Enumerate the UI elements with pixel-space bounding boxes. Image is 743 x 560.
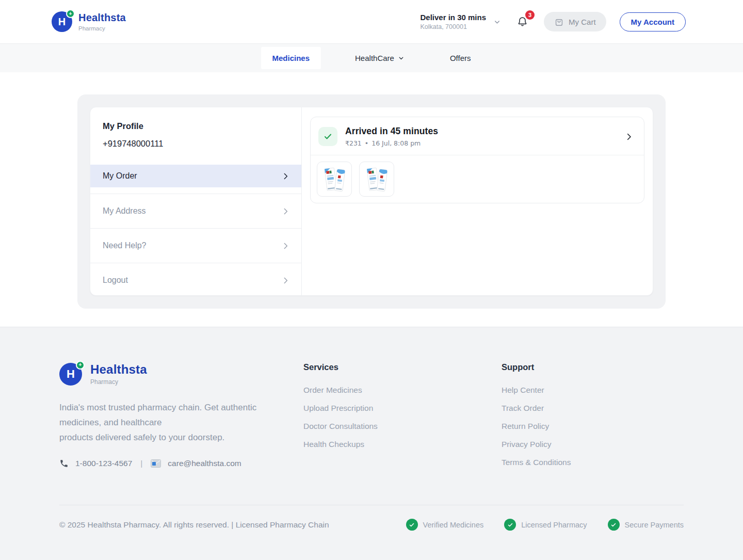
sidebar-my-order-label: My Order [103, 171, 137, 181]
footer-description: India's most trusted pharmacy chain. Get… [59, 400, 276, 445]
main-nav: Medicines HealthCare Offers [0, 43, 743, 72]
link-order-medicines[interactable]: Order Medicines [303, 386, 362, 394]
footer-support-column: Support Help Center Track Order Return P… [502, 362, 684, 476]
profile-title: My Profile [103, 121, 289, 131]
brand-text: Healthsta Pharmacy [78, 12, 126, 31]
link-health-checkups[interactable]: Health Checkups [303, 440, 364, 449]
header-actions: Deliver in 30 mins Kolkata, 700001 3 [420, 12, 686, 31]
link-track-order[interactable]: Track Order [502, 404, 544, 412]
delivery-location-selector[interactable]: Deliver in 30 mins Kolkata, 700001 [420, 13, 501, 30]
list-item: Order Medicines [303, 386, 502, 395]
list-item: Health Checkups [303, 440, 502, 449]
order-datetime: 16 Jul, 8:08 pm [372, 139, 421, 147]
brand-name: Healthsta [78, 12, 126, 24]
footer-description-line2: products delivered safely to your doorst… [59, 433, 224, 442]
badge-licensed-pharmacy: Licensed Pharmacy [504, 519, 587, 531]
profile-summary: My Profile +919748000111 [90, 107, 301, 158]
trust-badges: Verified Medicines Licensed Pharmacy Sec… [406, 519, 684, 531]
check-icon [323, 132, 333, 141]
badge-label: Licensed Pharmacy [521, 521, 587, 529]
link-terms-conditions[interactable]: Terms & Conditions [502, 458, 571, 467]
my-account-button[interactable]: My Account [620, 12, 686, 31]
nav-item-medicines[interactable]: Medicines [261, 47, 321, 69]
my-cart-label: My Cart [569, 18, 596, 26]
sidebar-item-logout[interactable]: Logout [90, 263, 301, 296]
list-item: Privacy Policy [502, 440, 684, 449]
sidebar-spacer [90, 187, 301, 194]
order-item-thumbnail[interactable] [317, 162, 352, 197]
phone-icon [59, 459, 69, 468]
footer-description-line1: India's most trusted pharmacy chain. Get… [59, 403, 256, 427]
plus-badge-icon: + [76, 361, 85, 370]
link-help-center[interactable]: Help Center [502, 386, 544, 394]
check-circle-icon [406, 519, 418, 531]
list-item: Return Policy [502, 422, 684, 431]
check-circle-icon [504, 519, 516, 531]
badge-label: Verified Medicines [423, 521, 484, 529]
logo-mark: H + [59, 363, 82, 386]
link-upload-prescription[interactable]: Upload Prescription [303, 404, 373, 412]
copyright-text: © 2025 Healthsta Pharmacy. All rights re… [59, 520, 329, 530]
delivery-text: Deliver in 30 mins Kolkata, 700001 [420, 13, 486, 30]
badge-secure-payments: Secure Payments [608, 519, 684, 531]
check-circle-icon [608, 519, 620, 531]
footer-brand-column: H + Healthsta Pharmacy India's most trus… [59, 362, 303, 476]
logo-mark: H + [52, 11, 72, 32]
sidebar-my-address-label: My Address [103, 206, 146, 216]
footer-columns: H + Healthsta Pharmacy India's most trus… [59, 362, 684, 476]
sidebar-need-help-label: Need Help? [103, 241, 147, 250]
order-status-title: Arrived in 45 minutes [345, 126, 617, 137]
list-item: Doctor Consultations [303, 422, 502, 431]
delivery-city: Kolkata, 700001 [420, 23, 486, 30]
shampoo-product-image [362, 164, 392, 194]
chevron-right-icon [281, 242, 290, 250]
footer-logo: H + Healthsta Pharmacy [59, 362, 303, 386]
chevron-right-icon [281, 276, 290, 285]
shopping-bag-icon [554, 17, 564, 27]
chevron-down-icon [493, 18, 501, 26]
link-doctor-consultations[interactable]: Doctor Consultations [303, 422, 378, 430]
nav-offers-label: Offers [450, 54, 471, 62]
order-items-strip [311, 155, 644, 203]
link-privacy-policy[interactable]: Privacy Policy [502, 440, 551, 449]
order-meta: ₹231 • 16 Jul, 8:08 pm [345, 139, 617, 147]
brand-text: Healthsta Pharmacy [90, 362, 147, 386]
header: H + Healthsta Pharmacy Deliver in 30 min… [0, 0, 743, 43]
nav-item-offers[interactable]: Offers [439, 47, 482, 69]
services-heading: Services [303, 362, 502, 372]
my-cart-button[interactable]: My Cart [544, 12, 606, 31]
nav-item-healthcare[interactable]: HealthCare [344, 47, 416, 69]
footer-bottom-bar: © 2025 Healthsta Pharmacy. All rights re… [59, 505, 684, 544]
order-item-thumbnail[interactable] [359, 162, 394, 197]
account-sidebar: My Profile +919748000111 My Order My Add… [90, 107, 302, 295]
sidebar-item-my-order[interactable]: My Order [90, 165, 301, 187]
list-item: Track Order [502, 404, 684, 413]
logo[interactable]: H + Healthsta Pharmacy [52, 11, 126, 32]
order-text: Arrived in 45 minutes ₹231 • 16 Jul, 8:0… [345, 126, 617, 147]
footer-phone-number[interactable]: 1-800-123-4567 [75, 459, 132, 468]
shampoo-product-image [319, 164, 349, 194]
account-panel: My Profile +919748000111 My Order My Add… [77, 94, 666, 309]
contact-separator: | [139, 459, 144, 468]
order-amount: ₹231 [345, 139, 362, 147]
brand-tagline: Pharmacy [78, 25, 126, 31]
list-item: Help Center [502, 386, 684, 395]
main-content: My Profile +919748000111 My Order My Add… [0, 72, 743, 327]
profile-phone: +919748000111 [103, 139, 289, 149]
order-meta-separator: • [365, 139, 368, 147]
chevron-right-icon [281, 172, 290, 181]
badge-label: Secure Payments [625, 521, 684, 529]
list-item: Upload Prescription [303, 404, 502, 413]
list-item: Terms & Conditions [502, 458, 684, 467]
sidebar-item-my-address[interactable]: My Address [90, 194, 301, 228]
footer-contact: 1-800-123-4567 | care@healthsta.com [59, 459, 303, 468]
link-return-policy[interactable]: Return Policy [502, 422, 549, 430]
brand-name: Healthsta [90, 362, 147, 377]
notification-count-badge: 3 [525, 10, 535, 20]
notifications-button[interactable]: 3 [514, 13, 530, 31]
footer-email[interactable]: care@healthsta.com [168, 459, 241, 468]
footer-services-column: Services Order Medicines Upload Prescrip… [303, 362, 502, 476]
support-heading: Support [502, 362, 684, 372]
order-summary-row[interactable]: Arrived in 45 minutes ₹231 • 16 Jul, 8:0… [311, 117, 644, 155]
sidebar-item-need-help[interactable]: Need Help? [90, 228, 301, 263]
